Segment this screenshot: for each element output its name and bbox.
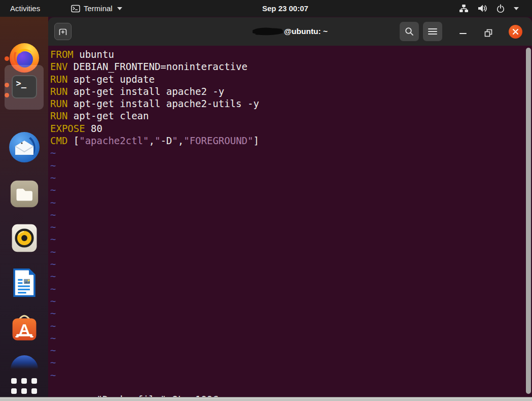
empty-line: ~: [50, 283, 522, 295]
rhythmbox-icon: [10, 223, 39, 253]
empty-line: ~: [50, 196, 522, 209]
vim-buffer: FROM ubuntuENV DEBIAN_FRONTEND=nonintera…: [50, 48, 522, 381]
minimize-button[interactable]: [457, 27, 469, 39]
terminal-icon: >_: [12, 75, 37, 98]
dock-item-libreoffice-writer[interactable]: [0, 268, 48, 297]
system-status-area[interactable]: [459, 0, 519, 17]
empty-line: ~: [50, 356, 522, 369]
empty-line: ~: [50, 233, 522, 245]
titlebar[interactable]: @ubuntu: ~: [48, 17, 532, 46]
desktop: Activities Terminal Sep 23 00:07: [0, 0, 532, 401]
clock[interactable]: Sep 23 00:07: [262, 0, 308, 17]
empty-line: ~: [50, 159, 522, 172]
empty-line: ~: [50, 307, 522, 319]
close-icon: [512, 28, 519, 35]
hamburger-menu-icon: [428, 28, 437, 35]
scrollbar[interactable]: [526, 48, 531, 394]
app-menu-terminal[interactable]: Terminal: [71, 0, 122, 17]
libreoffice-writer-icon: [10, 268, 39, 297]
terminal-window: @ubuntu: ~: [48, 17, 532, 397]
code-line: RUN apt-get update: [50, 73, 522, 85]
dock-item-ubuntu-software[interactable]: A: [0, 313, 48, 343]
partially-visible-app-icon: [10, 355, 39, 369]
empty-line: ~: [50, 320, 522, 332]
activities-button[interactable]: Activities: [7, 0, 43, 17]
dock-item-terminal[interactable]: >_: [0, 75, 48, 98]
empty-line: ~: [50, 332, 522, 344]
network-wired-icon: [459, 4, 469, 13]
restore-button[interactable]: [482, 27, 494, 39]
top-bar: Activities Terminal Sep 23 00:07: [0, 0, 532, 17]
search-button[interactable]: [400, 22, 419, 41]
menu-button[interactable]: [423, 22, 442, 41]
ubuntu-software-icon: A: [9, 313, 40, 343]
code-line: ENV DEBIAN_FRONTEND=noninteractive: [50, 60, 522, 73]
new-tab-button[interactable]: [54, 23, 72, 40]
dock-item-files[interactable]: [0, 178, 48, 210]
dock-item-rhythmbox[interactable]: [0, 223, 48, 253]
empty-line: ~: [50, 209, 522, 221]
screen-bottom-edge: [0, 397, 532, 401]
empty-line: ~: [50, 147, 522, 159]
dock: >_: [0, 17, 48, 397]
empty-line: ~: [50, 270, 522, 282]
window-title-text: @ubuntu: ~: [284, 27, 328, 36]
minimize-icon: [459, 29, 467, 37]
code-line: CMD ["apache2ctl","-D","FOREGROUND"]: [50, 135, 522, 147]
empty-line: ~: [50, 172, 522, 184]
files-icon: [9, 178, 40, 210]
thunderbird-icon: [8, 131, 41, 163]
power-icon: [496, 4, 505, 13]
system-menu-caret-icon: [514, 7, 519, 10]
empty-line: ~: [50, 221, 522, 233]
code-line: RUN apt-get clean: [50, 110, 522, 122]
terminal-app-icon: [71, 5, 80, 13]
code-line: FROM ubuntu: [50, 48, 522, 60]
empty-line: ~: [50, 369, 522, 381]
terminal-content[interactable]: FROM ubuntuENV DEBIAN_FRONTEND=nonintera…: [48, 46, 532, 397]
vim-statusline: "Dockerfile" 8L, 199C 8,26 All: [50, 381, 532, 393]
code-line: EXPOSE 80: [50, 122, 522, 135]
dock-item-partially-visible-app[interactable]: [0, 355, 48, 369]
empty-line: ~: [50, 258, 522, 270]
empty-line: ~: [50, 344, 522, 356]
code-line: RUN apt-get install apache2-utils -y: [50, 97, 522, 110]
redacted-username-scribble: [253, 27, 283, 36]
restore-icon: [484, 29, 493, 38]
app-menu-label: Terminal: [84, 4, 113, 13]
empty-line: ~: [50, 184, 522, 196]
code-line: RUN apt-get install apache2 -y: [50, 85, 522, 97]
dock-item-thunderbird[interactable]: [0, 131, 48, 163]
search-icon: [404, 26, 414, 37]
volume-icon: [477, 4, 487, 13]
new-tab-icon: [58, 27, 68, 37]
empty-line: ~: [50, 246, 522, 258]
empty-line: ~: [50, 295, 522, 307]
app-menu-caret-icon: [117, 7, 122, 10]
close-button[interactable]: [509, 25, 522, 39]
